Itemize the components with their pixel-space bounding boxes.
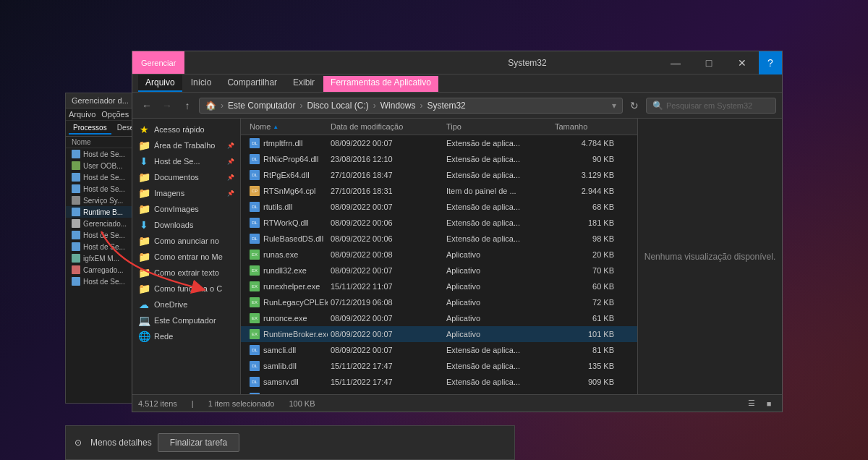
file-rows-container: DL rtmpltfrn.dll 08/09/2022 00:07 Extens…: [241, 135, 637, 394]
nav-como-funciona[interactable]: 📁 Como funciona o C: [132, 281, 240, 297]
maximize-button[interactable]: □: [692, 51, 726, 74]
table-row[interactable]: DL samcli.dll 08/09/2022 00:07 Extensão …: [241, 342, 637, 358]
search-box[interactable]: 🔍 Pesquisar em System32: [646, 98, 776, 114]
cell-name: EX RuntimeBroker.exe: [247, 328, 328, 341]
nav-convimages[interactable]: 📁 ConvImages: [132, 201, 240, 217]
nav-area-trabalho[interactable]: 📁 Área de Trabalho 📌: [132, 137, 240, 153]
table-row[interactable]: DL rtutils.dll 08/09/2022 00:07 Extensão…: [241, 199, 637, 215]
cell-name: DL RTWorkQ.dll: [247, 216, 328, 229]
nav-downloads[interactable]: ⬇ Host de Se... 📌: [132, 153, 240, 169]
dll-icon: DL: [250, 218, 260, 228]
cell-date: 27/10/2016 18:31: [328, 185, 443, 197]
cell-type: Aplicativo: [443, 281, 552, 292]
table-row[interactable]: DL samsrv.dll 15/11/2022 17:47 Extensão …: [241, 374, 637, 390]
nav-acesso-rapido[interactable]: ★ Acesso rápido: [132, 122, 240, 137]
table-row[interactable]: DL samlib.dll 15/11/2022 17:47 Extensão …: [241, 358, 637, 374]
ribbon-tab-ferramentas[interactable]: Ferramentas de Aplicativo: [323, 76, 438, 92]
details-view-button[interactable]: ☰: [744, 397, 759, 410]
cell-name: DL rtutils.dll: [247, 200, 328, 213]
col-extra: [617, 121, 631, 132]
cell-extra: [617, 142, 631, 145]
nav-rede[interactable]: 🌐 Rede: [132, 328, 240, 344]
table-row[interactable]: DL rtmpltfrn.dll 08/09/2022 00:07 Extens…: [241, 135, 637, 151]
nav-imagens[interactable]: 📁 Imagens 📌: [132, 185, 240, 201]
tm-menu-arquivo[interactable]: Arquivo: [69, 110, 95, 119]
col-tipo[interactable]: Tipo: [443, 121, 552, 132]
cell-name: DL RuleBasedDS.dll: [247, 232, 328, 245]
path-system32[interactable]: System32: [427, 101, 465, 111]
cell-date: 08/09/2022 00:07: [328, 328, 443, 340]
cell-size: 98 KB: [552, 233, 617, 244]
forward-button[interactable]: →: [158, 97, 176, 114]
table-row[interactable]: EX runas.exe 08/09/2022 00:08 Aplicativo…: [241, 247, 637, 263]
dll-icon: DL: [250, 202, 260, 212]
ribbon-tab-inicio[interactable]: Início: [184, 74, 219, 92]
cell-type: Aplicativo: [443, 249, 552, 260]
table-row[interactable]: EX runexhelper.exe 15/11/2022 11:07 Apli…: [241, 278, 637, 294]
cell-extra: [617, 269, 631, 272]
up-button[interactable]: ↑: [179, 97, 196, 114]
status-view-controls: ☰ ■: [744, 397, 776, 410]
close-button[interactable]: ✕: [726, 51, 759, 74]
nav-como-extrair[interactable]: 📁 Como extrair texto: [132, 265, 240, 281]
exe-icon: EX: [250, 265, 260, 276]
table-row[interactable]: CP RTSnMg64.cpl 27/10/2016 18:31 Item do…: [241, 183, 637, 199]
nav-documentos[interactable]: 📁 Documentos 📌: [132, 169, 240, 185]
table-row[interactable]: DL RtPgEx64.dll 27/10/2016 18:47 Extensã…: [241, 167, 637, 183]
cell-type: Aplicativo: [443, 312, 552, 324]
dll-icon: DL: [250, 234, 260, 244]
minimize-button[interactable]: —: [659, 51, 692, 74]
nav-como-anunciar[interactable]: 📁 Como anunciar no: [132, 233, 240, 249]
ribbon-tab-compartilhar[interactable]: Compartilhar: [220, 74, 284, 92]
ribbon-tab-arquivo[interactable]: Arquivo: [138, 74, 182, 92]
col-nome[interactable]: Nome: [247, 121, 328, 132]
path-windows[interactable]: Windows: [380, 101, 416, 111]
nav-downloads2[interactable]: ⬇ Downloads: [132, 217, 240, 233]
table-row[interactable]: DL RuleBasedDS.dll 08/09/2022 00:06 Exte…: [241, 231, 637, 247]
cell-name: EX runonce.exe: [247, 312, 328, 325]
cell-type: Item do painel de ...: [443, 185, 552, 197]
content-area: ★ Acesso rápido 📁 Área de Trabalho 📌 ⬇ H…: [132, 119, 782, 394]
cell-extra: [617, 317, 631, 320]
path-disco[interactable]: Disco Local (C:): [307, 101, 368, 111]
tab-processos[interactable]: Processos: [69, 122, 111, 135]
large-icons-button[interactable]: ■: [762, 397, 776, 410]
chevron-up-icon[interactable]: ⊙: [75, 438, 82, 448]
nav-este-computador[interactable]: 💻 Este Computador: [132, 312, 240, 328]
manage-tab[interactable]: Gerenciar: [132, 51, 184, 74]
folder-icon: 📁: [138, 140, 150, 151]
path-computador[interactable]: Este Computador: [228, 101, 295, 111]
cell-type: Extensão de aplica...: [443, 153, 552, 165]
cell-date: 08/09/2022 00:07: [328, 312, 443, 324]
table-row[interactable]: EX rundll32.exe 08/09/2022 00:07 Aplicat…: [241, 263, 637, 278]
cell-date: 15/11/2022 17:47: [328, 376, 443, 388]
nav-como-entrar[interactable]: 📁 Como entrar no Me: [132, 249, 240, 265]
ribbon: Arquivo Início Compartilhar Exibir Ferra…: [132, 74, 782, 93]
help-button[interactable]: ?: [759, 51, 782, 74]
ribbon-tab-exibir[interactable]: Exibir: [286, 74, 322, 92]
tm-menu-opcoes[interactable]: Opções: [101, 110, 129, 119]
cell-extra: [617, 158, 631, 161]
table-row[interactable]: EX RunLegacyCPLElevated.exe 07/12/2019 0…: [241, 294, 637, 310]
dll-icon: DL: [250, 377, 260, 387]
path-dropdown[interactable]: ▾: [612, 101, 616, 111]
file-explorer-window: Gerenciar System32 — □ ✕ ? Arquivo Iníci…: [132, 51, 783, 412]
table-row[interactable]: EX runonce.exe 08/09/2022 00:07 Aplicati…: [241, 310, 637, 326]
back-button[interactable]: ←: [138, 97, 156, 114]
end-task-button[interactable]: Finalizar tarefa: [158, 433, 239, 452]
table-row[interactable]: EX RuntimeBroker.exe 08/09/2022 00:07 Ap…: [241, 326, 637, 342]
table-row[interactable]: DL RtNicProp64.dll 23/08/2016 12:10 Exte…: [241, 151, 637, 167]
cell-type: Extensão de aplica...: [443, 217, 552, 229]
home-icon: 🏠: [205, 101, 216, 111]
col-data[interactable]: Data de modificação: [328, 121, 443, 132]
nav-onedrive[interactable]: ☁ OneDrive: [132, 297, 240, 312]
table-row[interactable]: DL RTWorkQ.dll 08/09/2022 00:06 Extensão…: [241, 215, 637, 231]
address-path[interactable]: 🏠 › Este Computador › Disco Local (C:) ›…: [199, 98, 623, 114]
less-details-text[interactable]: Menos detalhes: [90, 438, 152, 448]
cell-date: 27/10/2016 18:47: [328, 169, 443, 181]
cell-size: 70 KB: [552, 265, 617, 276]
dll-icon: DL: [250, 170, 260, 180]
window-title: System32: [396, 51, 659, 74]
col-tamanho[interactable]: Tamanho: [552, 121, 617, 132]
refresh-button[interactable]: ↻: [626, 97, 643, 114]
